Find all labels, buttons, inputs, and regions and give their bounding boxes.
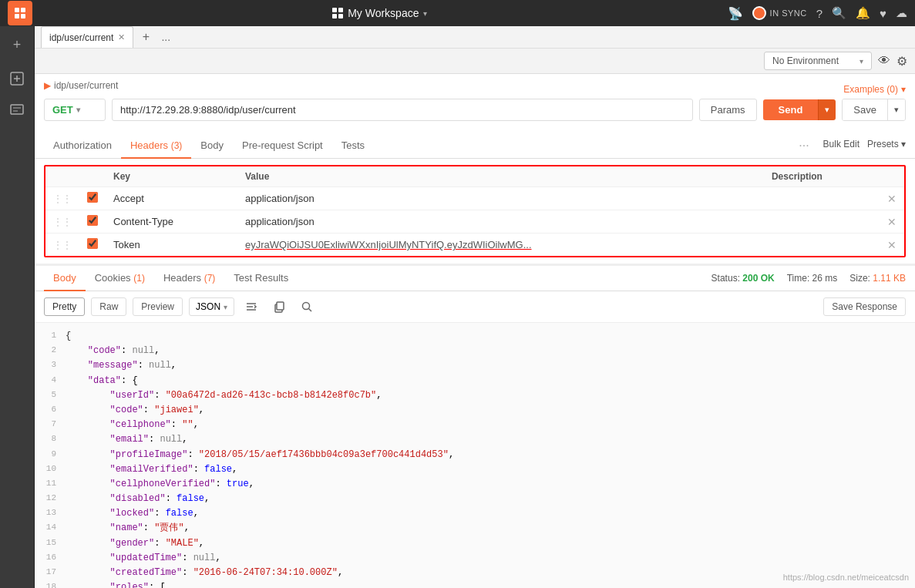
settings-icon[interactable]: ⚙ <box>896 54 907 69</box>
tab-body[interactable]: Body <box>191 133 233 159</box>
line-content: { <box>66 329 915 344</box>
save-response-button[interactable]: Save Response <box>823 297 906 316</box>
json-line: 3 "message": null, <box>35 358 915 373</box>
main-content: idp/user/current ✕ + ... No Environment … <box>35 26 915 588</box>
pretty-button[interactable]: Pretty <box>44 297 85 316</box>
send-button[interactable]: Send <box>763 99 819 120</box>
app-icon[interactable] <box>8 1 32 25</box>
row-drag-handle-3[interactable]: ⋮⋮ <box>53 240 72 250</box>
breadcrumb: ▶ idp/user/current <box>44 80 118 91</box>
resp-body-label: Body <box>53 272 76 284</box>
resp-tab-body[interactable]: Body <box>44 266 86 291</box>
response-status-bar: Status: 200 OK Time: 26 ms Size: 1.11 KB <box>711 273 906 284</box>
resp-tab-test-results[interactable]: Test Results <box>224 266 298 291</box>
watermark: https://blog.csdn.net/meiceatcsdn <box>783 573 909 582</box>
row-desc-2 <box>764 210 880 234</box>
line-content: "data": { <box>66 374 915 388</box>
url-input[interactable] <box>112 99 693 121</box>
tab-more-button[interactable]: ... <box>158 29 173 45</box>
line-number: 18 <box>35 580 66 588</box>
copy-icon[interactable] <box>268 296 290 318</box>
row-drag-handle-1[interactable]: ⋮⋮ <box>53 193 72 204</box>
tab-authorization[interactable]: Authorization <box>44 133 121 159</box>
sidebar-icon-collections[interactable] <box>5 97 29 122</box>
row-checkbox-3[interactable] <box>87 238 98 249</box>
svg-rect-2 <box>15 14 19 18</box>
row-delete-1[interactable]: ✕ <box>887 193 896 205</box>
col-handle <box>45 166 79 187</box>
tab-close-icon[interactable]: ✕ <box>118 32 125 42</box>
line-number: 11 <box>35 477 66 492</box>
save-dropdown-button[interactable]: ▾ <box>887 99 905 120</box>
tab-add-button[interactable]: + <box>136 28 155 46</box>
line-content: "cellphone": "", <box>66 418 915 432</box>
search-icon[interactable]: 🔍 <box>832 6 846 20</box>
env-dropdown-arrow: ▾ <box>859 57 863 66</box>
tab-prerequest[interactable]: Pre-request Script <box>233 133 332 159</box>
response-body-toolbar: Pretty Raw Preview JSON ▾ Save Response <box>35 291 915 323</box>
line-number: 6 <box>35 403 66 418</box>
json-arrow: ▾ <box>224 303 227 311</box>
json-format-selector[interactable]: JSON ▾ <box>189 297 234 316</box>
line-content: "code": null, <box>66 344 915 358</box>
bell-icon[interactable]: 🔔 <box>856 6 870 20</box>
bulk-edit-button[interactable]: Bulk Edit <box>823 139 859 153</box>
col-value-header: Value <box>237 166 764 187</box>
sync-label: IN SYNC <box>770 8 807 18</box>
method-selector[interactable]: GET ▾ <box>44 99 106 121</box>
authorization-tab-label: Authorization <box>53 139 112 151</box>
send-button-group: Send ▾ <box>763 99 836 120</box>
eye-icon[interactable]: 👁 <box>878 54 890 68</box>
preview-button[interactable]: Preview <box>133 297 183 316</box>
json-line: 4 "data": { <box>35 374 915 388</box>
search-icon[interactable] <box>296 296 318 318</box>
svg-rect-1 <box>21 8 25 12</box>
workspace-dropdown-arrow[interactable]: ▾ <box>423 9 427 18</box>
request-tabs: Authorization Headers (3) Body Pre-reque… <box>35 133 915 159</box>
status-prefix: Status: <box>711 273 740 284</box>
json-line: 8 "email": null, <box>35 432 915 447</box>
line-number: 1 <box>35 329 66 344</box>
tab-headers[interactable]: Headers (3) <box>121 133 191 159</box>
svg-line-16 <box>309 309 312 312</box>
tab-tests[interactable]: Tests <box>332 133 374 159</box>
presets-button[interactable]: Presets ▾ <box>867 139 906 153</box>
row-checkbox-1[interactable] <box>87 192 98 203</box>
line-number: 17 <box>35 566 66 580</box>
raw-button[interactable]: Raw <box>91 297 126 316</box>
tab-idp-user-current[interactable]: idp/user/current ✕ <box>41 26 133 48</box>
sidebar-icon-new[interactable]: + <box>5 32 29 57</box>
json-line: 5 "userId": "00a6472d-ad26-413c-bcb8-b81… <box>35 388 915 403</box>
heart-icon[interactable]: ♥ <box>880 7 886 20</box>
breadcrumb-path: idp/user/current <box>54 80 118 91</box>
method-label: GET <box>52 104 73 116</box>
json-line: 13 "locked": false, <box>35 506 915 521</box>
method-dropdown-icon: ▾ <box>76 106 80 114</box>
env-selector[interactable]: No Environment ▾ <box>764 52 872 70</box>
params-button[interactable]: Params <box>699 99 757 121</box>
time-display: Time: 26 ms <box>787 273 838 284</box>
json-viewer: 1{2 "code": null,3 "message": null,4 "da… <box>35 323 915 588</box>
json-line: 1{ <box>35 329 915 344</box>
resp-tab-cookies[interactable]: Cookies (1) <box>86 266 154 291</box>
send-dropdown-button[interactable]: ▾ <box>818 99 836 120</box>
line-number: 10 <box>35 462 66 477</box>
row-delete-2[interactable]: ✕ <box>887 216 896 228</box>
examples-arrow[interactable]: ▾ <box>901 84 906 95</box>
resp-tab-headers[interactable]: Headers (7) <box>154 266 224 291</box>
row-drag-handle-2[interactable]: ⋮⋮ <box>53 217 72 227</box>
sidebar-icon-import[interactable] <box>5 66 29 91</box>
cloud-icon[interactable]: ☁ <box>896 6 907 20</box>
breadcrumb-row: ▶ idp/user/current Examples (0) ▾ <box>44 80 906 99</box>
help-icon[interactable]: ? <box>816 7 822 20</box>
row-checkbox-2[interactable] <box>87 215 98 226</box>
satellite-icon[interactable]: 📡 <box>728 6 743 21</box>
save-button[interactable]: Save <box>843 99 887 120</box>
workspace-title-area[interactable]: My Workspace ▾ <box>332 7 427 19</box>
line-number: 15 <box>35 536 66 551</box>
row-delete-3[interactable]: ✕ <box>887 239 896 251</box>
status-value: 200 OK <box>742 273 774 284</box>
req-more-icon[interactable]: ··· <box>799 139 809 153</box>
examples-link[interactable]: Examples (0) <box>843 84 898 95</box>
wrap-icon[interactable] <box>241 296 262 318</box>
